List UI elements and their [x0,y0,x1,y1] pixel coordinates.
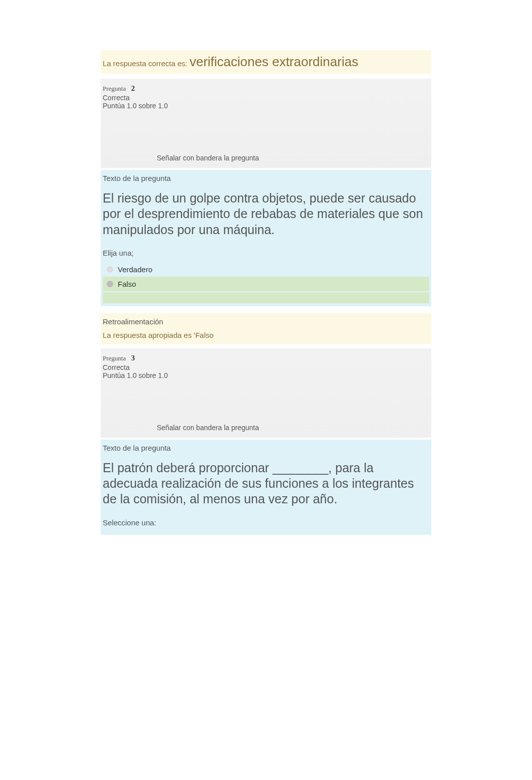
q3-answer-section: Seleccione una: [101,511,431,535]
question-status: Correcta [103,94,429,102]
question-label: Pregunta [103,354,126,362]
choose-one-label: Elija una; [103,249,429,257]
quiz-content: La respuesta correcta es: verificaciones… [101,0,431,535]
flag-question-link[interactable]: Señalar con bandera la pregunta [157,154,429,162]
option-label: Falso [118,280,136,288]
question-label-row: Pregunta 3 [103,353,429,362]
question-text-heading: Texto de la pregunta [103,444,429,452]
feedback-text: La respuesta apropiada es 'Falso [103,331,429,339]
question-number: 2 [131,84,135,92]
q2-feedback-section: Retroalimentación La respuesta apropiada… [101,313,431,344]
question-score: Puntúa 1.0 sobre 1.0 [103,371,429,379]
option-label: Verdadero [118,265,152,274]
choose-one-label: Seleccione una: [103,518,429,527]
question-text-heading: Texto de la pregunta [103,174,429,182]
question-status: Correcta [103,363,429,371]
question-text-body: El riesgo de un golpe contra objetos, pu… [103,190,429,238]
correct-highlight-bar [103,292,429,303]
question-number: 3 [131,354,135,362]
radio-icon[interactable] [107,266,113,273]
question-text-body: El patrón deberá proporcionar ________, … [103,460,429,507]
correct-answer-prefix: La respuesta correcta es: [103,59,189,68]
q2-answer-section: Elija una; Verdadero Falso [101,242,431,306]
option-verdadero[interactable]: Verdadero [103,262,429,277]
correct-answer-value: verificaciones extraordinarias [189,54,358,69]
question-label: Pregunta [103,85,126,92]
flag-question-link[interactable]: Señalar con bandera la pregunta [157,424,429,432]
question-score: Puntúa 1.0 sobre 1.0 [103,102,429,110]
option-falso[interactable]: Falso [103,277,429,291]
feedback-heading: Retroalimentación [103,317,429,326]
q3-text-section: Texto de la pregunta El patrón deberá pr… [101,440,431,511]
radio-icon[interactable] [107,281,113,287]
q2-header: Pregunta 2 Correcta Puntúa 1.0 sobre 1.0… [101,79,431,168]
q2-text-section: Texto de la pregunta El riesgo de un gol… [101,170,431,242]
q1-correct-answer-bar: La respuesta correcta es: verificaciones… [101,50,431,74]
question-label-row: Pregunta 2 [103,84,429,93]
q3-header: Pregunta 3 Correcta Puntúa 1.0 sobre 1.0… [101,348,431,438]
